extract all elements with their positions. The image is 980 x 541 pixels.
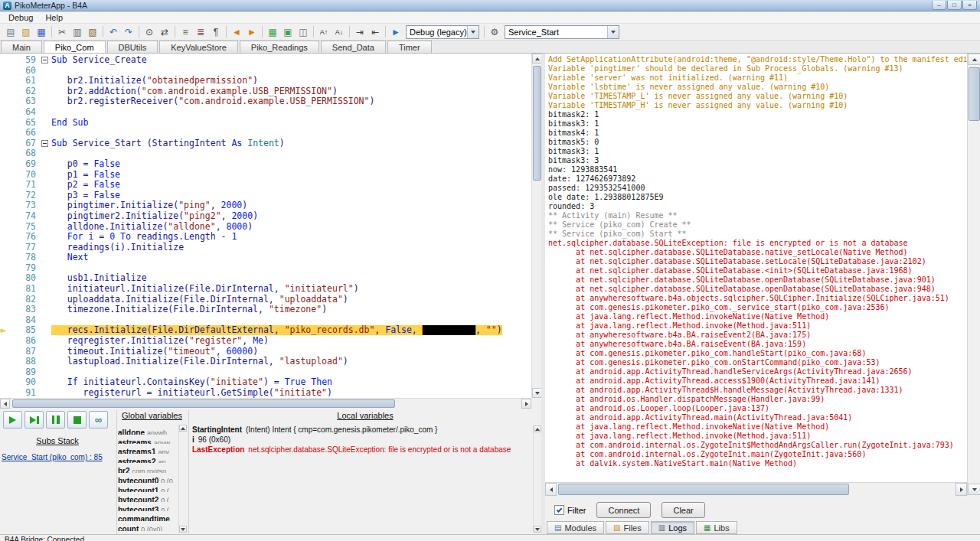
scroll-down-button[interactable] [968, 484, 980, 495]
minimize-button[interactable]: – [932, 1, 946, 10]
horizontal-scroll-thumb[interactable] [12, 399, 395, 408]
global-variable-row[interactable]: bytecount30 ( [118, 502, 178, 512]
code-token: "com.android.example.USB_PERMISSION" [178, 96, 369, 106]
scroll-up-button[interactable] [968, 54, 980, 65]
code-editor[interactable]: 59Sub Service_Create6061 br2.Initialize(… [0, 54, 531, 398]
paste-button[interactable]: ▧ [85, 24, 100, 40]
target-sub-gear-button[interactable]: ⚙ [487, 24, 502, 40]
globals-scrollbar[interactable] [178, 425, 187, 533]
line-number: 64 [12, 107, 40, 118]
subs-stack-entry[interactable]: Service_Start (piko_com) : 85 [0, 448, 115, 461]
horizontal-scroll-thumb[interactable] [558, 484, 849, 495]
uncomment-button[interactable]: ≣ [193, 24, 208, 40]
scroll-up-button[interactable] [534, 425, 541, 432]
log-vertical-scrollbar[interactable] [967, 54, 980, 495]
stop-button[interactable] [67, 411, 87, 429]
copy-button[interactable]: ▥ [70, 24, 85, 40]
tab-piko_readings[interactable]: Piko_Readings [240, 41, 319, 53]
scroll-left-button[interactable] [0, 399, 10, 409]
fold-collapse-icon[interactable] [41, 57, 48, 64]
local-variable-row[interactable]: LastExceptionnet.sqlcipher.database.SQLi… [192, 445, 532, 455]
connect-button[interactable]: Connect [596, 502, 651, 518]
global-variable-row[interactable]: count0 (0x0) [118, 521, 178, 531]
resume-button[interactable] [3, 411, 22, 429]
scroll-down-button[interactable] [179, 526, 187, 533]
replace-button[interactable]: ⇄ [157, 24, 172, 40]
debug-mode-select[interactable]: Debug (legacy) [406, 25, 479, 39]
code-line: 88 lastupload.Initialize(File.DirInterna… [0, 357, 531, 367]
titlebar[interactable]: A PikoMeterApp - B4A –□× [0, 0, 980, 11]
cut-button[interactable]: ✂ [54, 24, 70, 40]
modules-button[interactable]: ◫ [296, 24, 311, 40]
tab-modules[interactable]: ▤Modules [547, 521, 604, 534]
tab-logs[interactable]: ▥Logs [651, 521, 694, 534]
editor-vertical-scrollbar[interactable] [531, 54, 541, 398]
close-button[interactable]: × [962, 1, 977, 10]
designer-button[interactable]: ▦ [265, 24, 280, 40]
navigate-back-button[interactable]: ◄ [229, 24, 244, 40]
editor-horizontal-scrollbar[interactable] [0, 398, 531, 408]
local-variable-row[interactable]: i96 (0x60) [192, 435, 532, 445]
toolbar-separator [51, 26, 52, 37]
navigate-forward-button[interactable]: ► [244, 24, 260, 40]
tab-dbutils[interactable]: DBUtils [107, 41, 158, 53]
line-number: 71 [12, 180, 40, 191]
target-sub-select[interactable]: Service_Start [505, 25, 619, 39]
filter-checkbox[interactable] [554, 505, 564, 515]
breakpoint-margin [0, 284, 12, 295]
undo-button[interactable]: ↶ [106, 24, 121, 40]
scroll-up-button[interactable] [179, 425, 187, 432]
font-increase-button[interactable]: A↑ [316, 24, 332, 40]
run-button[interactable]: ► [388, 24, 403, 40]
global-variable-row[interactable]: alldoneanywh [118, 425, 178, 435]
fold-margin [40, 222, 51, 233]
scroll-right-button[interactable] [521, 399, 531, 409]
global-variable-row[interactable]: astreams2an [118, 454, 178, 464]
scroll-left-button[interactable] [545, 483, 557, 496]
tab-send_data[interactable]: Send_Data [321, 41, 386, 53]
fold-margin [40, 86, 51, 97]
new-file-button[interactable]: ▤ [3, 24, 18, 40]
step-into-button[interactable] [24, 411, 44, 429]
scroll-down-button[interactable] [534, 526, 541, 533]
font-decrease-button[interactable]: A↓ [332, 24, 347, 40]
step-into-icon [30, 416, 39, 424]
menu-debug[interactable]: Debug [2, 12, 39, 23]
outdent-button[interactable]: ⇤ [368, 24, 383, 40]
tab-timer[interactable]: Timer [387, 41, 432, 53]
vertical-scroll-thumb[interactable] [969, 67, 980, 121]
global-variable-row[interactable]: br2com.rootso [118, 463, 178, 473]
global-variable-row[interactable]: commandtime [118, 511, 178, 521]
format-button[interactable]: ¶ [208, 24, 224, 40]
dropdown-arrow-icon [607, 26, 619, 38]
scroll-right-button[interactable] [956, 483, 967, 496]
connect-device-button[interactable]: ∞ [89, 411, 108, 429]
indent-button[interactable]: ⇥ [352, 24, 368, 40]
clear-button[interactable]: Clear [662, 502, 704, 518]
fold-collapse-icon[interactable] [41, 140, 48, 147]
global-variable-row[interactable]: bytecount00 (0 [118, 473, 178, 483]
global-variable-row[interactable]: astreams1any [118, 444, 178, 454]
global-variable-row[interactable]: bytecount10 ( [118, 483, 178, 493]
locals-scrollbar[interactable] [533, 425, 541, 533]
tab-libs[interactable]: ▦Libs [696, 521, 737, 534]
pause-button[interactable] [46, 411, 65, 429]
global-variable-row[interactable]: astreamsanyw [118, 435, 178, 445]
vertical-scroll-thumb[interactable] [533, 66, 541, 181]
find-button[interactable]: ⊙ [142, 24, 157, 40]
tab-piko_com[interactable]: Piko_Com [44, 41, 106, 53]
comment-button[interactable]: ≡ [178, 24, 193, 40]
redo-button[interactable]: ↷ [121, 24, 136, 40]
local-variable-row[interactable]: StartingIntent(Intent) Intent { cmp=com.… [192, 425, 532, 435]
screenshot-button[interactable]: ▣ [280, 24, 296, 40]
open-button[interactable]: ▨ [18, 24, 34, 40]
tab-keyvaluestore[interactable]: KeyValueStore [159, 41, 238, 53]
log-output[interactable]: Add SetApplicationAttribute(android:them… [545, 54, 967, 482]
menu-help[interactable]: Help [39, 12, 69, 23]
global-variable-row[interactable]: bytecount20 ( [118, 492, 178, 502]
maximize-button[interactable]: □ [947, 1, 962, 10]
save-button[interactable]: ▦ [34, 24, 49, 40]
tab-files[interactable]: ▨Files [606, 521, 649, 534]
tab-main[interactable]: Main [1, 41, 42, 53]
log-horizontal-scrollbar[interactable] [545, 482, 967, 495]
